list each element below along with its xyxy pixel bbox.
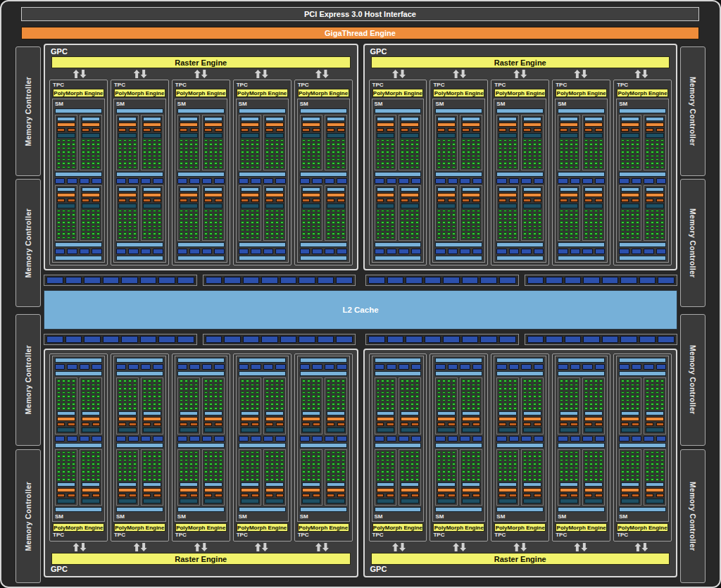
register-file-bar xyxy=(401,499,419,503)
dispatch-unit-segment xyxy=(499,423,506,426)
cuda-core-cell xyxy=(246,218,249,220)
cuda-core-cell xyxy=(621,478,625,481)
cuda-core-cell xyxy=(128,403,132,406)
cuda-core-cell xyxy=(437,229,441,231)
register-file-bar xyxy=(57,204,75,208)
cuda-core-cell xyxy=(87,478,90,481)
cuda-core-cell xyxy=(442,392,446,394)
cuda-core-cell xyxy=(302,399,306,402)
cuda-core-cell xyxy=(312,475,315,477)
warp-scheduler-bar xyxy=(241,193,259,197)
cuda-core-cell xyxy=(214,455,218,458)
cuda-core-cell xyxy=(538,232,541,234)
dispatch-unit-segment xyxy=(153,423,161,426)
cuda-core-cell xyxy=(72,451,75,454)
instruction-buffer-bar xyxy=(584,187,603,192)
cuda-core-cell xyxy=(594,162,598,164)
cuda-core-cell xyxy=(523,139,527,142)
cuda-core-cell xyxy=(209,151,213,153)
cuda-core-cell xyxy=(92,463,95,465)
sm: SM xyxy=(113,99,166,263)
polymorph-engine-bar: PolyMorph Engine xyxy=(53,89,104,97)
cuda-core-cell xyxy=(312,470,315,473)
cuda-core-cell xyxy=(302,158,306,161)
register-file-bar xyxy=(499,427,517,432)
cuda-core-cell xyxy=(332,459,335,462)
cuda-core-cell xyxy=(256,166,259,168)
cuda-core-cell xyxy=(631,232,634,234)
cuda-core-cell xyxy=(327,392,330,394)
load-store-segment xyxy=(189,249,199,254)
cuda-core-cell xyxy=(386,166,389,168)
cuda-core-cell xyxy=(442,155,446,157)
cuda-core-cell xyxy=(565,218,568,220)
dispatch-unit-segment xyxy=(534,494,541,497)
register-file-bar xyxy=(265,499,284,503)
cuda-core-cell xyxy=(180,475,183,477)
cuda-core-cell xyxy=(317,478,320,481)
register-file-bar xyxy=(462,499,480,503)
cuda-core-cell xyxy=(656,403,659,406)
dispatch-unit-row xyxy=(180,128,198,132)
cuda-core-cell xyxy=(472,384,475,387)
cuda-core-cell xyxy=(209,451,213,454)
cuda-core-cell xyxy=(651,232,654,234)
register-file-bar xyxy=(377,204,395,208)
l2-cache: L2 Cache xyxy=(44,290,677,330)
dispatch-unit-row xyxy=(327,494,345,497)
register-file-bar xyxy=(377,427,395,432)
cuda-core-cell xyxy=(209,221,213,223)
cuda-core-cell xyxy=(204,158,208,161)
cuda-core-cell xyxy=(626,455,629,458)
register-file-bar xyxy=(118,133,137,138)
load-store-segment xyxy=(460,364,470,370)
instruction-buffer-bar xyxy=(646,187,664,192)
load-store-segment xyxy=(92,249,101,254)
sm: SM xyxy=(494,99,546,263)
load-store-segment xyxy=(251,249,261,254)
cuda-core-cell xyxy=(96,155,100,157)
bidirectional-arrow xyxy=(551,69,611,79)
cuda-core-cell xyxy=(636,229,639,231)
cuda-core-cell xyxy=(452,403,456,406)
cuda-core-cell xyxy=(92,166,95,168)
cuda-core-cell xyxy=(92,455,95,458)
sm-cache-bar xyxy=(177,358,225,363)
cuda-core-cell xyxy=(219,237,222,239)
cuda-core-cell xyxy=(143,147,146,149)
cuda-core-cell xyxy=(302,155,306,157)
instruction-buffer-bar xyxy=(204,187,222,192)
cuda-core-cell xyxy=(391,459,394,462)
cuda-core-cell xyxy=(462,139,465,142)
cuda-core-cell xyxy=(148,225,151,227)
cuda-core-grid xyxy=(462,380,480,410)
warp-scheduler-bar xyxy=(204,123,222,127)
cuda-core-cell xyxy=(377,463,380,465)
cuda-core-cell xyxy=(204,210,208,212)
tpc: SMPolyMorph EngineTPC xyxy=(111,354,169,542)
cuda-core-cell xyxy=(148,395,151,398)
cuda-core-cell xyxy=(302,225,306,227)
cuda-core-cell xyxy=(442,459,446,462)
cuda-core-cell xyxy=(462,475,465,477)
sm-processing-block xyxy=(521,377,544,434)
cuda-core-cell xyxy=(62,143,65,145)
cuda-core-cell xyxy=(391,237,394,239)
cuda-core-cell xyxy=(594,403,598,406)
cuda-core-cell xyxy=(377,229,380,231)
cuda-core-cell xyxy=(57,455,61,458)
cuda-core-cell xyxy=(265,155,269,157)
sm-processing-block xyxy=(263,377,286,434)
cuda-core-cell xyxy=(302,451,306,454)
cuda-core-cell xyxy=(377,451,380,454)
sm-cache-bar xyxy=(375,507,422,512)
cuda-core-cell xyxy=(189,151,193,153)
cuda-core-cell xyxy=(158,213,161,215)
dispatch-unit-segment xyxy=(265,423,273,426)
dispatch-unit-segment xyxy=(276,199,284,202)
cuda-core-cell xyxy=(123,451,127,454)
cuda-core-cell xyxy=(302,470,306,473)
cuda-core-cell xyxy=(307,143,311,145)
cuda-core-cell xyxy=(472,210,475,212)
cuda-core-cell xyxy=(513,463,517,465)
